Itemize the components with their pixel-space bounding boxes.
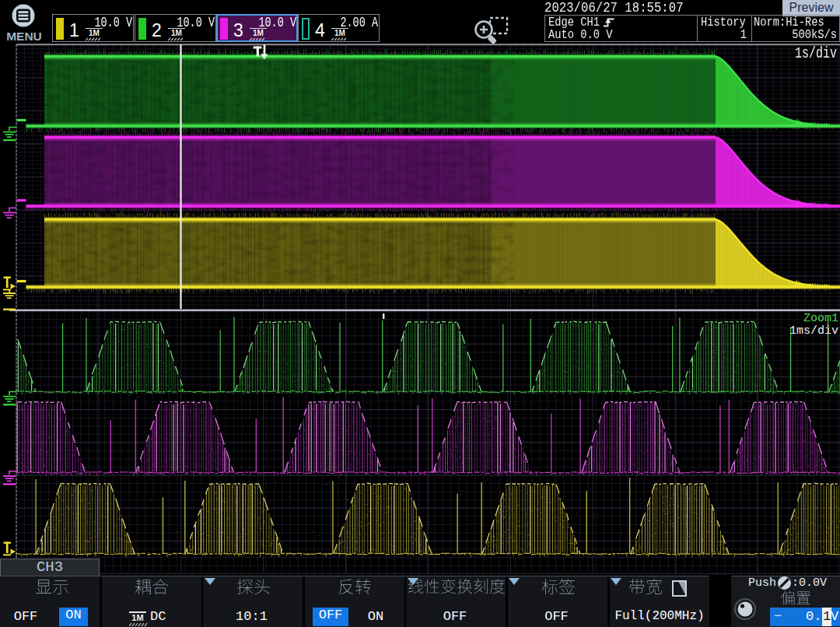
svg-text:MENU: MENU: [6, 30, 42, 43]
